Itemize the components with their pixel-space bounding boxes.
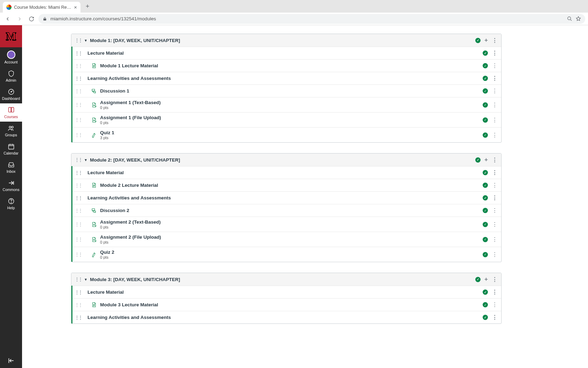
module-menu-icon[interactable]: ⋮ [492, 276, 498, 283]
published-check-icon[interactable]: ✓ [483, 170, 488, 175]
add-item-button[interactable]: + [484, 276, 488, 283]
drag-handle-icon[interactable]: ⋮⋮ [75, 315, 82, 320]
published-check-icon[interactable]: ✓ [483, 183, 488, 188]
item-menu-icon[interactable]: ⋮ [492, 87, 498, 95]
forward-button[interactable] [15, 14, 24, 24]
collapse-caret-icon[interactable]: ▼ [84, 278, 88, 281]
item-title[interactable]: Quiz 1 [100, 130, 114, 135]
nav-admin[interactable]: Admin [0, 67, 22, 85]
published-check-icon[interactable]: ✓ [483, 102, 488, 108]
item-menu-icon[interactable]: ⋮ [492, 301, 498, 308]
item-title[interactable]: Assignment 2 (File Upload) [100, 234, 161, 240]
add-item-button[interactable]: + [484, 37, 488, 44]
published-check-icon[interactable]: ✓ [483, 63, 488, 68]
published-check-icon[interactable]: ✓ [483, 195, 488, 200]
published-check-icon[interactable]: ✓ [483, 88, 488, 94]
item-menu-icon[interactable]: ⋮ [492, 101, 498, 109]
institution-logo[interactable]: M [0, 25, 22, 47]
published-check-icon[interactable]: ✓ [483, 222, 488, 227]
item-title[interactable]: Assignment 1 (Text-Based) [100, 100, 161, 105]
nav-inbox[interactable]: Inbox [0, 158, 22, 176]
nav-courses[interactable]: Courses [0, 103, 22, 122]
collapse-caret-icon[interactable]: ▼ [84, 39, 88, 42]
item-title[interactable]: Assignment 1 (File Upload) [100, 115, 161, 120]
item-menu-icon[interactable]: ⋮ [492, 207, 498, 214]
drag-handle-icon[interactable]: ⋮⋮ [75, 63, 82, 68]
close-tab-icon[interactable]: × [74, 4, 77, 10]
item-title[interactable]: Module 2 Lecture Material [100, 183, 158, 188]
nav-commons[interactable]: Commons [0, 176, 22, 195]
drag-handle-icon[interactable]: ⋮⋮ [75, 208, 82, 213]
item-title[interactable]: Discussion 1 [100, 88, 129, 94]
item-menu-icon[interactable]: ⋮ [492, 116, 498, 124]
item-title[interactable]: Learning Activities and Assessments [88, 76, 171, 81]
item-menu-icon[interactable]: ⋮ [492, 288, 498, 296]
published-check-icon[interactable]: ✓ [483, 252, 488, 257]
published-check-icon[interactable]: ✓ [483, 117, 488, 123]
item-title[interactable]: Learning Activities and Assessments [88, 315, 171, 320]
zoom-icon[interactable] [567, 16, 572, 21]
item-menu-icon[interactable]: ⋮ [492, 251, 498, 258]
drag-handle-icon[interactable]: ⋮⋮ [75, 132, 82, 137]
drag-handle-icon[interactable]: ⋮⋮ [75, 51, 82, 56]
back-button[interactable] [3, 14, 13, 24]
collapse-caret-icon[interactable]: ▼ [84, 158, 88, 162]
item-title[interactable]: Module 1 Lecture Material [100, 63, 158, 68]
drag-handle-icon[interactable]: ⋮⋮ [75, 196, 82, 200]
item-menu-icon[interactable]: ⋮ [492, 75, 498, 82]
published-check-icon[interactable]: ✓ [483, 237, 488, 242]
item-title[interactable]: Discussion 2 [100, 208, 129, 213]
drag-handle-icon[interactable]: ⋮⋮ [75, 76, 82, 81]
item-menu-icon[interactable]: ⋮ [492, 169, 498, 176]
published-check-icon[interactable]: ✓ [475, 277, 481, 282]
drag-handle-icon[interactable]: ⋮⋮ [75, 89, 82, 94]
drag-handle-icon[interactable]: ⋮⋮ [75, 237, 82, 242]
module-title[interactable]: Module 1: [DAY, WEEK, UNIT/CHAPTER] [90, 38, 180, 43]
new-tab-button[interactable]: + [83, 1, 92, 11]
drag-handle-icon[interactable]: ⋮⋮ [75, 252, 82, 257]
item-title[interactable]: Module 3 Lecture Material [100, 302, 158, 307]
item-menu-icon[interactable]: ⋮ [492, 194, 498, 202]
nav-help[interactable]: Help [0, 195, 22, 213]
reload-button[interactable] [27, 14, 36, 24]
nav-dashboard[interactable]: Dashboard [0, 85, 22, 103]
item-menu-icon[interactable]: ⋮ [492, 131, 498, 139]
item-title[interactable]: Learning Activities and Assessments [88, 195, 171, 200]
drag-handle-icon[interactable]: ⋮⋮ [75, 38, 82, 43]
item-menu-icon[interactable]: ⋮ [492, 49, 498, 57]
module-title[interactable]: Module 2: [DAY, WEEK, UNIT/CHAPTER] [90, 157, 180, 163]
collapse-nav-button[interactable] [0, 353, 22, 368]
published-check-icon[interactable]: ✓ [483, 289, 488, 295]
item-title[interactable]: Assignment 2 (Text-Based) [100, 219, 161, 225]
published-check-icon[interactable]: ✓ [483, 76, 488, 81]
published-check-icon[interactable]: ✓ [475, 38, 481, 43]
drag-handle-icon[interactable]: ⋮⋮ [75, 302, 82, 307]
add-item-button[interactable]: + [484, 156, 488, 163]
drag-handle-icon[interactable]: ⋮⋮ [75, 222, 82, 227]
drag-handle-icon[interactable]: ⋮⋮ [75, 117, 82, 122]
item-menu-icon[interactable]: ⋮ [492, 182, 498, 189]
drag-handle-icon[interactable]: ⋮⋮ [75, 183, 82, 188]
item-menu-icon[interactable]: ⋮ [492, 236, 498, 243]
module-title[interactable]: Module 3: [DAY, WEEK, UNIT/CHAPTER] [90, 277, 180, 282]
drag-handle-icon[interactable]: ⋮⋮ [75, 170, 82, 175]
nav-groups[interactable]: Groups [0, 122, 22, 140]
item-title[interactable]: Quiz 2 [100, 250, 114, 255]
item-title[interactable]: Lecture Material [88, 289, 124, 295]
item-menu-icon[interactable]: ⋮ [492, 62, 498, 69]
drag-handle-icon[interactable]: ⋮⋮ [75, 277, 82, 282]
item-title[interactable]: Lecture Material [88, 170, 124, 175]
module-menu-icon[interactable]: ⋮ [492, 37, 498, 44]
published-check-icon[interactable]: ✓ [483, 50, 488, 56]
item-menu-icon[interactable]: ⋮ [492, 314, 498, 321]
published-check-icon[interactable]: ✓ [483, 315, 488, 320]
module-menu-icon[interactable]: ⋮ [492, 156, 498, 164]
nav-calendar[interactable]: Calendar [0, 140, 22, 158]
published-check-icon[interactable]: ✓ [483, 208, 488, 213]
item-menu-icon[interactable]: ⋮ [492, 221, 498, 228]
published-check-icon[interactable]: ✓ [483, 302, 488, 307]
address-bar[interactable]: miamioh.instructure.com/courses/132541/m… [38, 14, 585, 24]
item-title[interactable]: Lecture Material [88, 50, 124, 56]
drag-handle-icon[interactable]: ⋮⋮ [75, 290, 82, 295]
published-check-icon[interactable]: ✓ [483, 132, 488, 138]
